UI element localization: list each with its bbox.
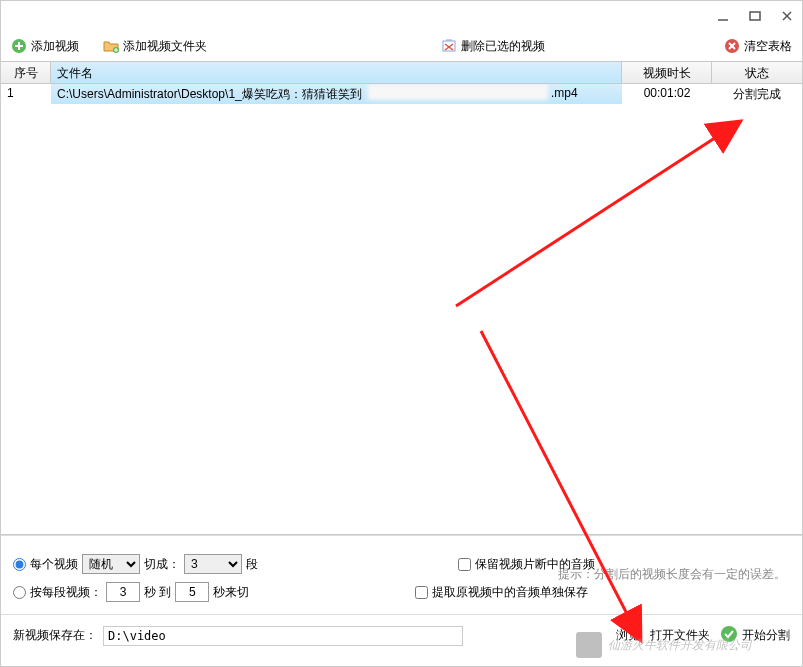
cut-into-label: 切成： xyxy=(144,556,180,573)
random-select[interactable]: 随机 xyxy=(82,554,140,574)
per-video-radio[interactable]: 每个视频 xyxy=(13,556,78,573)
per-video-radio-input[interactable] xyxy=(13,558,26,571)
keep-audio-input[interactable] xyxy=(458,558,471,571)
table-row[interactable]: 1 C:\Users\Administrator\Desktop\1_爆笑吃鸡：… xyxy=(1,84,802,104)
add-folder-button[interactable]: 添加视频文件夹 xyxy=(103,38,207,55)
header-filename[interactable]: 文件名 xyxy=(51,62,622,83)
maximize-button[interactable] xyxy=(748,9,762,23)
save-label: 新视频保存在： xyxy=(13,627,97,644)
minimize-button[interactable] xyxy=(716,9,730,23)
grid-body: 1 C:\Users\Administrator\Desktop\1_爆笑吃鸡：… xyxy=(1,84,802,534)
segments-select[interactable]: 3 xyxy=(184,554,242,574)
segments-unit: 段 xyxy=(246,556,258,573)
cell-seq: 1 xyxy=(1,84,51,104)
cell-filename: C:\Users\Administrator\Desktop\1_爆笑吃鸡：猜猜… xyxy=(51,84,622,104)
extract-audio-input[interactable] xyxy=(415,586,428,599)
add-video-label: 添加视频 xyxy=(31,38,79,55)
clear-icon xyxy=(724,38,740,54)
cell-status: 分割完成 xyxy=(712,84,802,104)
header-status[interactable]: 状态 xyxy=(712,62,802,83)
add-icon xyxy=(11,38,27,54)
close-button[interactable] xyxy=(780,9,794,23)
svg-rect-1 xyxy=(750,12,760,20)
extract-audio-checkbox[interactable]: 提取原视频中的音频单独保存 xyxy=(415,584,588,601)
video-grid: 序号 文件名 视频时长 状态 1 C:\Users\Administrator\… xyxy=(1,61,802,535)
sec-to-input[interactable] xyxy=(175,582,209,602)
clear-table-label: 清空表格 xyxy=(744,38,792,55)
header-seq[interactable]: 序号 xyxy=(1,62,51,83)
grid-header: 序号 文件名 视频时长 状态 xyxy=(1,62,802,84)
delete-selected-button[interactable]: 删除已选的视频 xyxy=(441,38,545,55)
save-path-input[interactable] xyxy=(103,626,463,646)
folder-icon xyxy=(103,38,119,54)
header-duration[interactable]: 视频时长 xyxy=(622,62,712,83)
per-segment-radio[interactable]: 按每段视频： xyxy=(13,584,102,601)
add-video-button[interactable]: 添加视频 xyxy=(11,38,79,55)
clear-table-button[interactable]: 清空表格 xyxy=(724,38,792,55)
wechat-icon xyxy=(576,632,602,658)
window-titlebar xyxy=(1,1,802,31)
delete-selected-label: 删除已选的视频 xyxy=(461,38,545,55)
options-panel: 每个视频 随机 切成： 3 段 保留视频片断中的音频 按每段视频： 秒 到 秒来… xyxy=(1,535,802,614)
hint-text: 提示：分割后的视频长度会有一定的误差。 xyxy=(558,566,786,583)
delete-icon xyxy=(441,38,457,54)
add-folder-label: 添加视频文件夹 xyxy=(123,38,207,55)
redacted-area xyxy=(368,84,548,100)
cell-duration: 00:01:02 xyxy=(622,84,712,104)
per-segment-radio-input[interactable] xyxy=(13,586,26,599)
main-toolbar: 添加视频 添加视频文件夹 删除已选的视频 清空表格 xyxy=(1,31,802,61)
watermark: 仙游火牛软件开发有限公司 xyxy=(576,632,752,658)
sec-from-input[interactable] xyxy=(106,582,140,602)
